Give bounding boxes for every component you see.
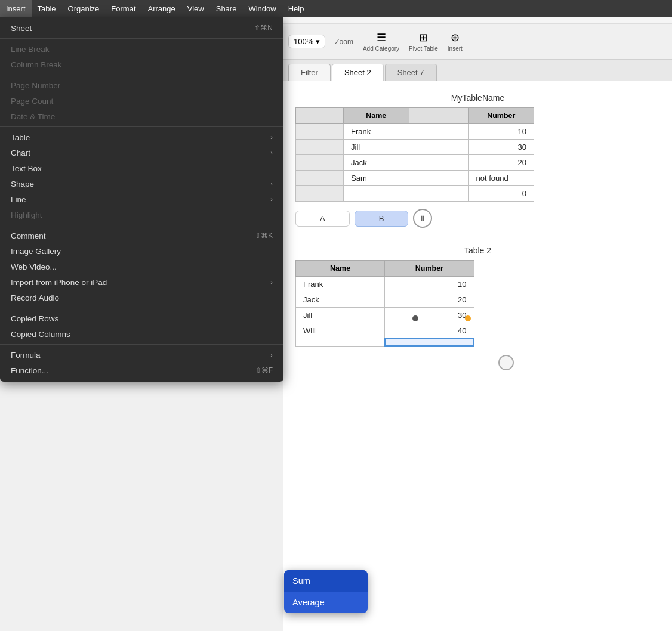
- table-row: Will 40: [296, 323, 474, 339]
- row-header: [296, 171, 344, 186]
- cell-frank-num[interactable]: 10: [468, 124, 534, 140]
- sep-1: [0, 38, 283, 39]
- tabs-bar: Filter Sheet 2 Sheet 7: [283, 60, 672, 81]
- list-icon: ☰: [377, 31, 386, 44]
- line-arrow-icon: ›: [270, 196, 273, 203]
- t2-frank-num[interactable]: 10: [385, 277, 474, 292]
- table2-section: Table 2 Name Number Frank 10: [295, 246, 660, 370]
- t2-selected-cell[interactable]: [385, 339, 474, 346]
- cell-jill-name[interactable]: Jill: [344, 140, 409, 155]
- cell-empty-name[interactable]: [344, 186, 409, 202]
- cell-jack-name[interactable]: Jack: [344, 155, 409, 171]
- menu-help[interactable]: Help: [282, 0, 310, 17]
- table1-col-number: Number: [468, 108, 534, 124]
- col-tab-b[interactable]: B: [355, 211, 409, 227]
- menu-item-copied-columns[interactable]: Copied Columns: [0, 326, 283, 342]
- resize-handle[interactable]: ⌟: [498, 355, 514, 370]
- menu-item-shape[interactable]: Shape ›: [0, 176, 283, 191]
- menu-item-copied-rows[interactable]: Copied Rows: [0, 311, 283, 326]
- table2: Name Number Frank 10 Jack 20: [295, 260, 474, 347]
- menu-item-function[interactable]: Function... ⇧⌘F: [0, 363, 283, 378]
- table-row: Frank 10: [296, 124, 534, 140]
- t2-frank-name[interactable]: Frank: [296, 277, 385, 292]
- menu-item-comment[interactable]: Comment ⇧⌘K: [0, 228, 283, 243]
- row-header: [296, 124, 344, 140]
- zoom-chevron-icon: ▾: [316, 37, 320, 46]
- menu-item-record-audio[interactable]: Record Audio: [0, 290, 283, 305]
- col-tab-a[interactable]: A: [295, 211, 350, 227]
- menu-table[interactable]: Table: [32, 0, 62, 17]
- cell-frank-name[interactable]: Frank: [344, 124, 409, 140]
- t2-jack-name[interactable]: Jack: [296, 292, 385, 308]
- formula-submenu: Sum Average: [284, 570, 368, 613]
- menu-insert[interactable]: Insert: [0, 0, 32, 17]
- menu-item-table[interactable]: Table ›: [0, 129, 283, 145]
- table1: Name Number Frank 10 Jill: [295, 107, 534, 202]
- col-selector: A B ⏸: [295, 209, 432, 228]
- toolbar: 100% ▾ Zoom ☰ Add Category ⊞ Pivot Table…: [283, 24, 672, 60]
- menu-item-image-gallery[interactable]: Image Gallery: [0, 243, 283, 259]
- t2-jill-num[interactable]: 30: [385, 308, 474, 323]
- menu-item-import-iphone[interactable]: Import from iPhone or iPad ›: [0, 274, 283, 290]
- table-row: Frank 10: [296, 277, 474, 292]
- table-row: Jill 30: [296, 140, 534, 155]
- table1-section: MyTableName Name Number Frank 10: [295, 93, 660, 228]
- table-row: Sam not found: [296, 171, 534, 186]
- zoom-control[interactable]: 100% ▾: [288, 35, 325, 48]
- cell-sam-name[interactable]: Sam: [344, 171, 409, 186]
- drag-handle-right[interactable]: [465, 316, 471, 321]
- cell-jack-num[interactable]: 20: [468, 155, 534, 171]
- menu-item-line[interactable]: Line ›: [0, 191, 283, 207]
- menu-item-line-break[interactable]: Line Break: [0, 41, 283, 57]
- t2-will-name[interactable]: Will: [296, 323, 385, 339]
- cell-jill-num[interactable]: 30: [468, 140, 534, 155]
- add-category-btn[interactable]: ☰ Add Category: [363, 31, 399, 52]
- sep-5: [0, 308, 283, 308]
- cell-empty: [409, 155, 468, 171]
- menu-item-formula[interactable]: Formula ›: [0, 347, 283, 363]
- t2-will-num[interactable]: 40: [385, 323, 474, 339]
- resize-icon: ⌟: [504, 358, 508, 367]
- pause-icon: ⏸: [419, 214, 426, 222]
- table2-col-name: Name: [296, 261, 385, 277]
- cell-sam-num[interactable]: not found: [468, 171, 534, 186]
- submenu-average[interactable]: Average: [284, 592, 368, 613]
- table-row: 0: [296, 186, 534, 202]
- cell-empty: [409, 171, 468, 186]
- tab-sheet7[interactable]: Sheet 7: [385, 64, 437, 81]
- shape-arrow-icon: ›: [270, 180, 273, 187]
- menu-item-date-time[interactable]: Date & Time: [0, 109, 283, 124]
- cell-zero[interactable]: 0: [468, 186, 534, 202]
- menu-item-text-box[interactable]: Text Box: [0, 160, 283, 176]
- add-category-label: Add Category: [363, 45, 399, 52]
- menu-format[interactable]: Format: [105, 0, 141, 17]
- tab-sheet2[interactable]: Sheet 2: [332, 64, 384, 81]
- menu-arrange[interactable]: Arrange: [142, 0, 181, 17]
- menu-organize[interactable]: Organize: [62, 0, 106, 17]
- t2-jill-name[interactable]: Jill: [296, 308, 385, 323]
- menu-item-chart[interactable]: Chart ›: [0, 145, 283, 160]
- pivot-icon: ⊞: [419, 31, 428, 44]
- pivot-label: Pivot Table: [409, 45, 438, 52]
- submenu-sum[interactable]: Sum: [284, 570, 368, 592]
- menu-item-page-number[interactable]: Page Number: [0, 78, 283, 93]
- t2-jack-num[interactable]: 20: [385, 292, 474, 308]
- menu-item-highlight[interactable]: Highlight: [0, 207, 283, 222]
- menu-bar: Insert Table Organize Format Arrange Vie…: [0, 0, 672, 17]
- menu-item-column-break[interactable]: Column Break: [0, 57, 283, 72]
- sep-6: [0, 344, 283, 345]
- menu-share[interactable]: Share: [210, 0, 243, 17]
- pause-button[interactable]: ⏸: [413, 209, 432, 228]
- menu-item-page-count[interactable]: Page Count: [0, 93, 283, 109]
- drag-handle-left[interactable]: [412, 316, 418, 321]
- menu-view[interactable]: View: [181, 0, 210, 17]
- menu-item-web-video[interactable]: Web Video...: [0, 259, 283, 274]
- tab-filter[interactable]: Filter: [288, 64, 331, 81]
- t2-empty-name[interactable]: [296, 339, 385, 346]
- zoom-label: Zoom: [335, 38, 353, 46]
- pivot-table-btn[interactable]: ⊞ Pivot Table: [409, 31, 438, 52]
- menu-window[interactable]: Window: [242, 0, 282, 17]
- insert-dropdown: Sheet ⇧⌘N Line Break Column Break Page N…: [0, 17, 283, 382]
- insert-btn[interactable]: ⊕ Insert: [448, 31, 463, 52]
- menu-item-sheet[interactable]: Sheet ⇧⌘N: [0, 20, 283, 36]
